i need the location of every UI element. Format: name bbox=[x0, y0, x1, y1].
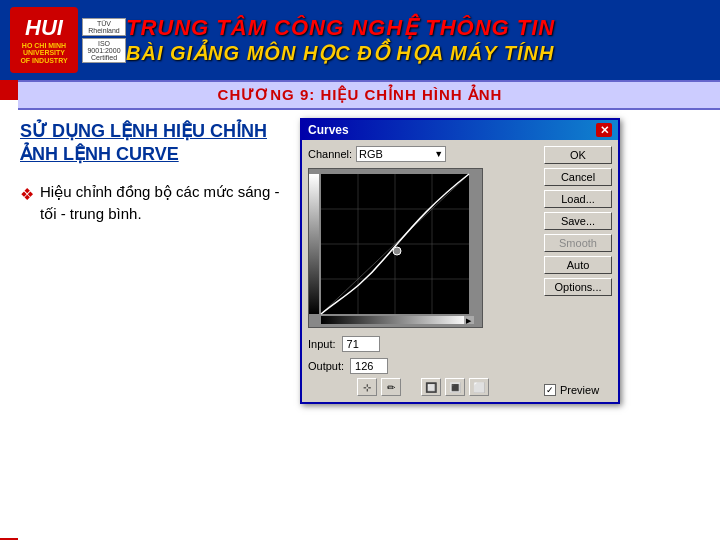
header-title2: BÀI GIẢNG MÔN HỌC ĐỒ HỌA MÁY TÍNH bbox=[126, 41, 555, 65]
svg-point-9 bbox=[393, 247, 401, 255]
header: HUI HO CHI MINHUNIVERSITYOF INDUSTRY TÜV… bbox=[0, 0, 720, 80]
input-output-section: Input: 71 Output: 126 bbox=[308, 332, 538, 374]
dialog-title: Curves bbox=[308, 123, 349, 137]
bullet-item: ❖ Hiệu chỉnh đồng bộ các mức sáng - tối … bbox=[20, 181, 300, 226]
slide-title: SỬ DỤNG LỆNH HIỆU CHỈNH ẢNH LỆNH CURVE bbox=[20, 120, 300, 167]
input-row: Input: 71 bbox=[308, 336, 538, 352]
channel-select[interactable]: RGB ▼ bbox=[356, 146, 446, 162]
iso-badge: ISO 9001:2000 Certified bbox=[82, 38, 126, 63]
bullet-text: Hiệu chỉnh đồng bộ các mức sáng - tối - … bbox=[40, 181, 300, 226]
chapter-bar: CHƯƠNG 9: HIỆU CHỈNH HÌNH ẢNH bbox=[0, 80, 720, 110]
output-label: Output: bbox=[308, 360, 344, 372]
dialog-body: Channel: RGB ▼ bbox=[302, 140, 618, 402]
dialog-close-button[interactable]: ✕ bbox=[596, 123, 612, 137]
tuv-badge: TÜV Rheinland bbox=[82, 18, 126, 36]
preview-checkbox[interactable]: ✓ bbox=[544, 384, 556, 396]
channel-label: Channel: bbox=[308, 148, 352, 160]
ok-button[interactable]: OK bbox=[544, 146, 612, 164]
curve-tool-1-button[interactable]: ⊹ bbox=[357, 378, 377, 396]
main-content: SỬ DỤNG LỆNH HIỆU CHỈNH ẢNH LỆNH CURVE ❖… bbox=[0, 110, 720, 538]
smooth-button[interactable]: Smooth bbox=[544, 234, 612, 252]
logo-badges: TÜV Rheinland ISO 9001:2000 Certified bbox=[82, 18, 126, 63]
output-value[interactable]: 126 bbox=[350, 358, 388, 374]
input-value[interactable]: 71 bbox=[342, 336, 380, 352]
channel-value: RGB bbox=[359, 148, 383, 160]
dialog-titlebar: Curves ✕ bbox=[302, 120, 618, 140]
bullet-diamond-icon: ❖ bbox=[20, 183, 34, 207]
curve-area: ▶ bbox=[308, 168, 483, 328]
preview-row: ✓ Preview bbox=[544, 384, 612, 396]
load-button[interactable]: Load... bbox=[544, 190, 612, 208]
color-sample-3-button[interactable]: ⬜ bbox=[469, 378, 489, 396]
save-button[interactable]: Save... bbox=[544, 212, 612, 230]
dialog-right-buttons: OK Cancel Load... Save... Smooth Auto Op… bbox=[544, 146, 612, 396]
preview-label: Preview bbox=[560, 384, 599, 396]
output-row: Output: 126 bbox=[308, 358, 538, 374]
options-button[interactable]: Options... bbox=[544, 278, 612, 296]
auto-button[interactable]: Auto bbox=[544, 256, 612, 274]
svg-rect-10 bbox=[321, 316, 469, 324]
cancel-button[interactable]: Cancel bbox=[544, 168, 612, 186]
logo-box: HUI HO CHI MINHUNIVERSITYOF INDUSTRY bbox=[10, 7, 78, 73]
curve-tool-2-button[interactable]: ✏ bbox=[381, 378, 401, 396]
curves-dialog: Curves ✕ Channel: RGB ▼ bbox=[300, 118, 620, 404]
header-title1: TRUNG TÂM CÔNG NGHỆ THÔNG TIN bbox=[126, 15, 555, 41]
left-panel: SỬ DỤNG LỆNH HIỆU CHỈNH ẢNH LỆNH CURVE ❖… bbox=[20, 120, 310, 528]
channel-arrow-icon: ▼ bbox=[434, 149, 443, 159]
color-sample-2-button[interactable]: 🔳 bbox=[445, 378, 465, 396]
logo-text: HUI bbox=[25, 15, 63, 41]
input-label: Input: bbox=[308, 338, 336, 350]
bottom-icon-buttons: ⊹ ✏ 🔲 🔳 ⬜ bbox=[308, 378, 538, 396]
curve-svg: ▶ bbox=[309, 169, 483, 328]
header-text: TRUNG TÂM CÔNG NGHỆ THÔNG TIN BÀI GIẢNG … bbox=[126, 15, 555, 65]
color-sample-1-button[interactable]: 🔲 bbox=[421, 378, 441, 396]
dialog-left: Channel: RGB ▼ bbox=[308, 146, 538, 396]
svg-rect-11 bbox=[309, 174, 319, 314]
channel-row: Channel: RGB ▼ bbox=[308, 146, 538, 162]
